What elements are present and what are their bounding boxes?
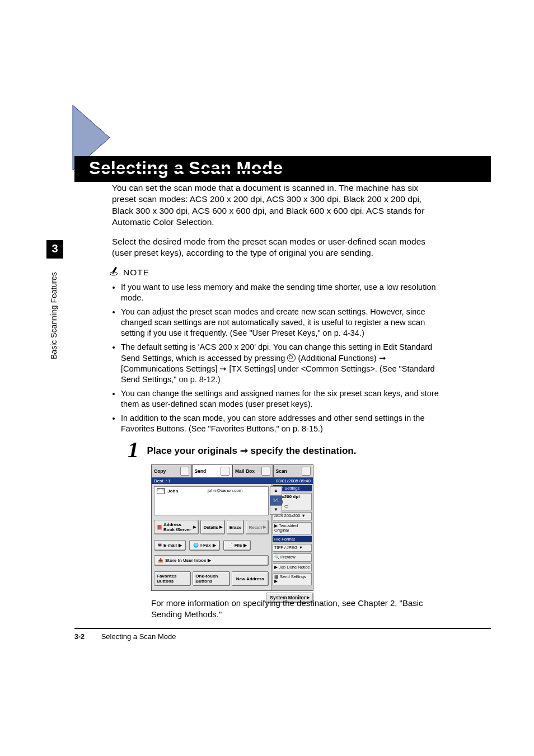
favorites-buttons-button[interactable]: Favorites Buttons xyxy=(154,571,191,586)
file-button[interactable]: 📄File▶ xyxy=(223,540,251,551)
heading-rule xyxy=(74,169,491,171)
job-done-notice-button[interactable]: ▶ Job Done Notice xyxy=(273,564,312,571)
file-format-button[interactable]: TIFF / JPEG ▼ xyxy=(273,544,312,552)
footer-rule xyxy=(74,628,491,629)
tab-send[interactable]: Send xyxy=(192,464,233,477)
email-button[interactable]: ✉E-mail▶ xyxy=(154,540,186,551)
device-screenshot: Copy Send Mail Box Scan Dest. : 1 08/01/… xyxy=(151,464,313,603)
note-item: You can adjust the preset scan modes and… xyxy=(121,307,439,339)
new-address-button[interactable]: New Address xyxy=(232,571,269,586)
file-format-header: File Format xyxy=(273,536,312,542)
scroll-down-button[interactable]: ▼ xyxy=(270,505,282,515)
chapter-title-vertical: Basic Scanning Features xyxy=(46,259,58,364)
tab-copy[interactable]: Copy xyxy=(151,464,192,477)
note-label: NOTE xyxy=(123,267,149,278)
copy-icon xyxy=(180,467,189,476)
mail-icon xyxy=(157,488,165,494)
step-instruction: Place your originals ➞ specify the desti… xyxy=(147,445,356,456)
note-item: The default setting is 'ACS 200 x 200' d… xyxy=(121,342,439,385)
tab-scan[interactable]: Scan xyxy=(273,464,314,477)
two-sided-original-button[interactable]: ▶ Two-sided Original xyxy=(273,522,312,535)
erase-button[interactable]: Erase xyxy=(227,520,245,534)
note-item: You can change the settings and assigned… xyxy=(121,388,439,410)
screenshot-caption: For more information on specifying the d… xyxy=(151,598,442,621)
dest-name: John xyxy=(167,489,178,494)
store-in-user-inbox-button[interactable]: 📥Store In User Inbox▶ xyxy=(154,555,269,566)
note-list: If you want to use less memory and make … xyxy=(121,282,439,435)
scan-icon xyxy=(302,467,311,476)
destination-list[interactable]: John john@canon.com xyxy=(154,486,269,515)
send-icon xyxy=(221,467,229,476)
one-touch-buttons-button[interactable]: One-touch Buttons xyxy=(193,571,229,586)
page-number: 3-2 xyxy=(74,633,85,641)
note-item: In addition to the scan mode, you can st… xyxy=(121,413,439,434)
details-button[interactable]: Details▶ xyxy=(200,520,224,534)
chapter-number-tab: 3 xyxy=(46,240,63,259)
tab-mailbox[interactable]: Mail Box xyxy=(232,464,273,477)
footer-title: Selecting a Scan Mode xyxy=(101,632,176,641)
note-item: If you want to use less memory and make … xyxy=(121,282,439,303)
dest-count: Dest. : 1 xyxy=(154,478,171,483)
arrow-icon: ➞ xyxy=(240,445,248,456)
dest-address: john@canon.com xyxy=(208,488,242,493)
ifax-button[interactable]: 🌐I-Fax▶ xyxy=(189,540,220,551)
step-1: 1 Place your originals ➞ specify the des… xyxy=(128,436,441,463)
intro-paragraph-2: Select the desired mode from the preset … xyxy=(112,236,439,259)
preview-button[interactable]: 🔍 Preview xyxy=(273,553,312,561)
intro-paragraph-1: You can set the scan mode that a documen… xyxy=(112,182,439,228)
page-footer: 3-2 Selecting a Scan Mode xyxy=(74,632,176,641)
datetime: 08/01/2005 09:40 xyxy=(276,478,311,483)
step-number: 1 xyxy=(128,436,139,463)
send-settings-button[interactable]: ▦ Send Settings ▶ xyxy=(273,573,312,586)
scroll-up-button[interactable]: ▲ xyxy=(270,486,282,496)
note-heading: NOTE xyxy=(110,267,439,279)
note-pencil-icon xyxy=(110,267,120,279)
additional-functions-icon xyxy=(287,354,296,362)
address-book-button[interactable]: 📕Address Book /Server▶ xyxy=(154,520,199,534)
page-indicator: 1/1 xyxy=(270,496,282,505)
recall-button[interactable]: Recall▶ xyxy=(246,520,269,534)
mailbox-icon xyxy=(261,467,270,476)
